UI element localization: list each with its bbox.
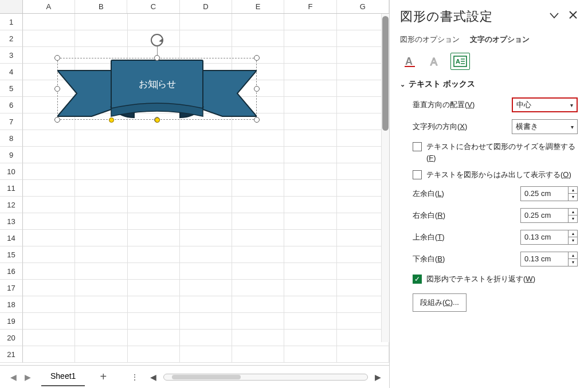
row-header[interactable]: 16: [0, 263, 23, 280]
tab-nav-prev[interactable]: ◀: [10, 373, 17, 382]
shape-selection[interactable]: お知らせ: [57, 58, 257, 120]
autofit-label: テキストに合わせて図形のサイズを調整する(F): [426, 141, 578, 163]
top-margin-label: 上余白(T): [413, 232, 445, 242]
svg-text:A: A: [456, 58, 460, 65]
overflow-checkbox[interactable]: [413, 170, 422, 179]
wrap-text-checkbox[interactable]: ✓: [413, 275, 422, 284]
row-header[interactable]: 10: [0, 163, 23, 180]
right-margin-label: 右余白(R): [413, 210, 445, 221]
column-header[interactable]: C: [127, 0, 179, 13]
resize-handle-ml[interactable]: [54, 86, 60, 92]
spreadsheet-area: ABCDEFG 12345678910111213141516171819202…: [0, 0, 390, 388]
vertical-align-label: 垂直方向の配置(V): [413, 100, 475, 110]
sheet-tab-bar: ◀ ▶ Sheet1 + ⋮ ◀ ▶: [0, 365, 389, 388]
column-header[interactable]: G: [337, 0, 389, 13]
add-sheet-button[interactable]: +: [85, 370, 121, 383]
column-header[interactable]: D: [180, 0, 232, 13]
resize-handle-tr[interactable]: [254, 55, 260, 61]
section-textbox[interactable]: ⌄ テキスト ボックス: [400, 79, 578, 89]
row-header[interactable]: 9: [0, 147, 23, 163]
text-direction-select[interactable]: 横書き▾: [512, 119, 578, 134]
row-header[interactable]: 3: [0, 47, 23, 64]
row-header[interactable]: 12: [0, 197, 23, 213]
text-direction-label: 文字列の方向(X): [413, 122, 467, 132]
overflow-label: テキストを図形からはみ出して表示する(O): [426, 169, 578, 181]
row-header[interactable]: 5: [0, 80, 23, 97]
resize-handle-br[interactable]: [254, 117, 260, 123]
top-margin-up[interactable]: ▴: [569, 230, 577, 237]
cells[interactable]: お知らせ: [23, 14, 389, 363]
chevron-down-icon: ⌄: [400, 81, 405, 88]
row-header[interactable]: 7: [0, 113, 23, 130]
hscroll-left[interactable]: ◀: [148, 373, 159, 382]
text-fill-outline-tab[interactable]: A: [400, 53, 420, 70]
left-margin-label: 左余白(L): [413, 189, 444, 199]
pane-title: 図形の書式設定: [400, 8, 493, 25]
vscroll-thumb[interactable]: [382, 16, 389, 131]
left-margin-down[interactable]: ▾: [569, 194, 577, 201]
resize-handle-tl[interactable]: [54, 55, 60, 61]
tab-text-options[interactable]: 文字のオプション: [470, 34, 530, 45]
adjust-handle-2[interactable]: [155, 117, 160, 123]
column-header[interactable]: F: [284, 0, 336, 13]
column-header[interactable]: A: [23, 0, 75, 13]
resize-handle-mr[interactable]: [254, 86, 260, 92]
row-header[interactable]: 1: [0, 14, 23, 30]
row-header[interactable]: 20: [0, 330, 23, 346]
row-header[interactable]: 6: [0, 97, 23, 113]
right-margin-input[interactable]: 0.25 cm▴▾: [520, 208, 578, 223]
right-margin-up[interactable]: ▴: [569, 209, 577, 215]
wrap-text-label: 図形内でテキストを折り返す(W): [426, 273, 578, 285]
adjust-handle-1[interactable]: [109, 117, 114, 123]
row-header[interactable]: 4: [0, 64, 23, 80]
format-shape-pane: 図形の書式設定 図形のオプション 文字のオプション A A A ⌄ テキスト ボ…: [390, 0, 588, 388]
bottom-margin-label: 下余白(B): [413, 254, 445, 264]
left-margin-up[interactable]: ▴: [569, 187, 577, 194]
svg-text:A: A: [405, 56, 413, 67]
close-pane-button[interactable]: [569, 10, 578, 23]
tab-shape-options[interactable]: 図形のオプション: [400, 34, 460, 45]
vertical-align-select[interactable]: 中心▾: [512, 97, 578, 112]
row-header[interactable]: 18: [0, 296, 23, 313]
column-header[interactable]: E: [232, 0, 284, 13]
row-headers: 123456789101112131415161718192021: [0, 14, 23, 363]
row-header[interactable]: 21: [0, 346, 23, 363]
tab-nav-next[interactable]: ▶: [25, 373, 31, 382]
vertical-scrollbar[interactable]: [381, 14, 389, 342]
right-margin-down[interactable]: ▾: [569, 215, 577, 222]
row-header[interactable]: 15: [0, 246, 23, 263]
columns-button[interactable]: 段組み(C)...: [413, 293, 467, 312]
row-header[interactable]: 8: [0, 130, 23, 147]
text-effects-tab[interactable]: A: [425, 53, 445, 70]
hscroll-thumb[interactable]: [172, 375, 241, 379]
textbox-tab[interactable]: A: [450, 53, 470, 70]
hscroll-right[interactable]: ▶: [373, 373, 383, 382]
left-margin-input[interactable]: 0.25 cm▴▾: [520, 186, 578, 201]
rotation-handle[interactable]: [151, 34, 163, 46]
row-header[interactable]: 17: [0, 280, 23, 296]
column-header[interactable]: B: [75, 0, 127, 13]
shape-text[interactable]: お知らせ: [57, 79, 257, 91]
svg-text:A: A: [430, 56, 437, 68]
autofit-checkbox[interactable]: [413, 142, 422, 151]
hscroll-track[interactable]: [163, 374, 368, 381]
grid: ABCDEFG 12345678910111213141516171819202…: [0, 0, 389, 365]
resize-handle-bl[interactable]: [54, 117, 60, 123]
horizontal-scrollbar[interactable]: ◀ ▶: [148, 373, 389, 382]
row-header[interactable]: 14: [0, 230, 23, 246]
resize-handle-tm[interactable]: [154, 55, 160, 61]
tab-overflow[interactable]: ⋮: [121, 373, 148, 382]
top-margin-down[interactable]: ▾: [569, 237, 577, 244]
row-header[interactable]: 19: [0, 313, 23, 330]
top-margin-input[interactable]: 0.13 cm▴▾: [520, 230, 578, 245]
row-header[interactable]: 13: [0, 213, 23, 230]
sheet-tab[interactable]: Sheet1: [41, 368, 85, 386]
bottom-margin-input[interactable]: 0.13 cm▴▾: [520, 252, 578, 266]
row-header[interactable]: 11: [0, 180, 23, 197]
svg-rect-2: [405, 66, 415, 67]
row-header[interactable]: 2: [0, 30, 23, 47]
bottom-margin-down[interactable]: ▾: [569, 259, 577, 266]
bottom-margin-up[interactable]: ▴: [569, 252, 577, 259]
select-all-corner[interactable]: [0, 0, 23, 13]
collapse-pane-button[interactable]: [549, 10, 559, 23]
